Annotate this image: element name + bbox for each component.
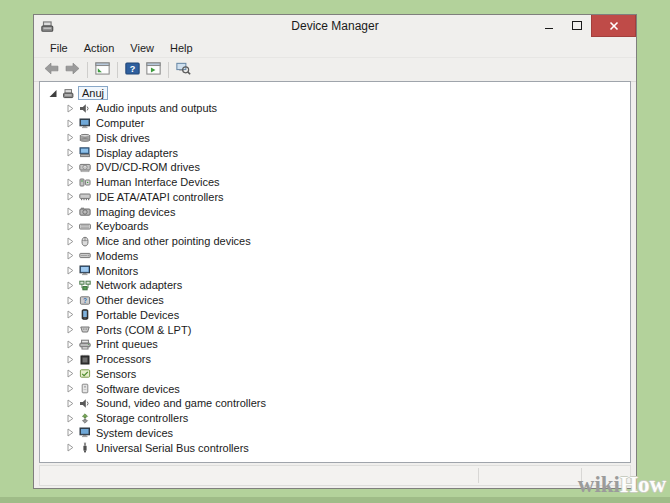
expand-chevron-icon[interactable]	[65, 340, 75, 349]
tree-item[interactable]: Imaging devices	[65, 204, 630, 219]
titlebar[interactable]: Device Manager	[34, 15, 636, 38]
imaging-device-icon	[78, 206, 92, 217]
tree-item[interactable]: Mice and other pointing devices	[65, 234, 630, 249]
expand-chevron-icon[interactable]	[65, 119, 75, 128]
tree-item[interactable]: Display adapters	[65, 145, 630, 160]
tree-item-label: Human Interface Devices	[94, 176, 222, 188]
tree-item[interactable]: Disk drives	[65, 131, 630, 146]
unknown-device-icon: ?	[78, 295, 92, 306]
system-device-icon	[78, 427, 92, 438]
tree-item-label: Computer	[94, 117, 146, 129]
tree-item[interactable]: DVD/CD-ROM drives	[65, 160, 630, 175]
menu-item-help[interactable]: Help	[162, 40, 201, 56]
ide-controller-icon	[78, 191, 92, 202]
speaker-icon	[78, 103, 92, 114]
printer-icon	[78, 339, 92, 350]
tree-item[interactable]: Universal Serial Bus controllers	[65, 440, 630, 455]
tree-item[interactable]: Portable Devices	[65, 308, 630, 323]
tree-item-label: Other devices	[94, 294, 166, 306]
svg-text:?: ?	[83, 296, 87, 303]
expand-chevron-icon[interactable]	[65, 192, 75, 201]
forward-arrow-button[interactable]	[62, 60, 83, 80]
port-icon	[78, 324, 92, 335]
tree-item[interactable]: Storage controllers	[65, 411, 630, 426]
menu-item-file[interactable]: File	[42, 40, 76, 56]
window-controls	[535, 15, 636, 37]
tree-item[interactable]: Network adapters	[65, 278, 630, 293]
tree-item[interactable]: ?Other devices	[65, 293, 630, 308]
tree-item[interactable]: Processors	[65, 352, 630, 367]
svg-text:?: ?	[130, 63, 136, 73]
tree-item[interactable]: Modems	[65, 249, 630, 264]
expand-chevron-icon[interactable]	[65, 222, 75, 231]
console-window-button[interactable]	[92, 60, 113, 80]
tree-item[interactable]: Print queues	[65, 337, 630, 352]
expand-chevron-icon[interactable]	[65, 178, 75, 187]
minimize-button[interactable]	[535, 15, 563, 36]
back-arrow-button[interactable]	[41, 60, 62, 80]
scan-hardware-button[interactable]	[173, 60, 194, 80]
tree-item-label: Audio inputs and outputs	[94, 102, 219, 114]
tree-item[interactable]: Computer	[65, 116, 630, 131]
help-button[interactable]: ?	[122, 60, 143, 80]
tree-item[interactable]: Sensors	[65, 367, 630, 382]
tree-item-label: DVD/CD-ROM drives	[94, 161, 202, 173]
tree-item[interactable]: IDE ATA/ATAPI controllers	[65, 190, 630, 205]
computer-icon	[78, 118, 92, 129]
close-icon	[609, 21, 619, 31]
scan-hardware-icon	[176, 61, 191, 79]
expand-chevron-icon[interactable]	[65, 207, 75, 216]
watermark-wiki: wiki	[578, 472, 620, 497]
expand-chevron-icon[interactable]	[65, 104, 75, 113]
tree-item[interactable]: System devices	[65, 426, 630, 441]
expand-chevron-icon[interactable]	[65, 148, 75, 157]
expand-chevron-icon[interactable]	[65, 133, 75, 142]
device-tree[interactable]: AnujAudio inputs and outputsComputerDisk…	[39, 81, 631, 463]
tree-item[interactable]: Audio inputs and outputs	[65, 101, 630, 116]
expand-chevron-icon[interactable]	[65, 296, 75, 305]
collapse-expander-icon[interactable]	[48, 89, 58, 98]
close-button[interactable]	[591, 15, 636, 37]
tree-item-label: Anuj	[78, 86, 108, 100]
tree-item[interactable]: Software devices	[65, 381, 630, 396]
tree-item[interactable]: Sound, video and game controllers	[65, 396, 630, 411]
tree-item[interactable]: Keyboards	[65, 219, 630, 234]
monitor-icon	[78, 265, 92, 276]
tree-item-label: Sound, video and game controllers	[94, 397, 268, 409]
expand-chevron-icon[interactable]	[65, 281, 75, 290]
menu-item-view[interactable]: View	[122, 40, 162, 56]
tree-item[interactable]: Ports (COM & LPT)	[65, 322, 630, 337]
forward-arrow-icon	[65, 61, 80, 79]
tree-item-label: Modems	[94, 250, 140, 262]
watermark-how: How	[620, 472, 666, 497]
tree-item-label: Portable Devices	[94, 309, 181, 321]
expand-chevron-icon[interactable]	[65, 443, 75, 452]
expand-chevron-icon[interactable]	[65, 163, 75, 172]
maximize-icon	[572, 21, 582, 30]
tree-item-label: Storage controllers	[94, 412, 190, 424]
menu-item-action[interactable]: Action	[76, 40, 123, 56]
expand-chevron-icon[interactable]	[65, 251, 75, 260]
expand-chevron-icon[interactable]	[65, 428, 75, 437]
expand-chevron-icon[interactable]	[65, 266, 75, 275]
maximize-button[interactable]	[563, 15, 591, 36]
tree-item-label: Universal Serial Bus controllers	[94, 442, 251, 454]
expand-chevron-icon[interactable]	[65, 369, 75, 378]
expand-chevron-icon[interactable]	[65, 237, 75, 246]
tree-root-item[interactable]: Anuj	[48, 85, 630, 101]
expand-chevron-icon[interactable]	[65, 414, 75, 423]
action-pane-button[interactable]	[143, 60, 164, 80]
device-manager-window: Device Manager FileActionViewHelp ? Anuj…	[33, 14, 637, 489]
expand-chevron-icon[interactable]	[65, 399, 75, 408]
sensor-icon	[78, 368, 92, 379]
expand-chevron-icon[interactable]	[65, 325, 75, 334]
expand-chevron-icon[interactable]	[65, 355, 75, 364]
mouse-icon	[78, 236, 92, 247]
tree-item[interactable]: Monitors	[65, 263, 630, 278]
expand-chevron-icon[interactable]	[65, 310, 75, 319]
toolbar-separator	[117, 62, 118, 78]
minimize-icon	[545, 28, 553, 29]
status-bar-separator	[478, 468, 479, 483]
tree-item[interactable]: Human Interface Devices	[65, 175, 630, 190]
expand-chevron-icon[interactable]	[65, 384, 75, 393]
